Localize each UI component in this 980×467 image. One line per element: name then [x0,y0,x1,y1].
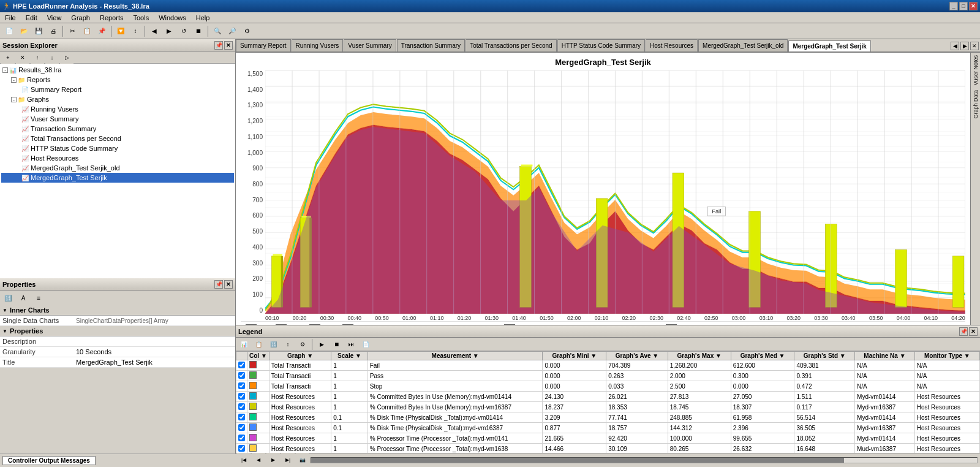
col-measurement[interactable]: Measurement ▼ [368,352,543,360]
tab-summary-report[interactable]: Summary Report [236,39,291,51]
legend-scroll-last[interactable]: 📷 [296,454,309,466]
tb-open[interactable]: 📂 [17,25,31,37]
tb-refresh[interactable]: ↺ [177,25,190,37]
legend-tb-1[interactable]: 📊 [237,338,251,351]
props-expand-btn[interactable]: ≡ [32,292,45,304]
tb-back[interactable]: ◀ [148,25,161,37]
legend-table-container[interactable]: Col ▼ Graph ▼ Scale ▼ Measurement ▼ Grap… [236,351,980,453]
tab-transaction-summary[interactable]: Transaction Summary [397,39,465,51]
sess-add[interactable]: + [1,51,15,64]
legend-close-button[interactable]: ✕ [969,327,978,336]
sess-expand[interactable]: ▷ [60,51,74,64]
tb-stop[interactable]: ⏹ [192,25,205,37]
properties-pin-button[interactable]: 📌 [214,280,223,289]
legend-check-1[interactable] [236,371,247,381]
col-med[interactable]: Graph's Med ▼ [731,352,794,360]
menu-view[interactable]: View [45,13,64,22]
sidebar-graph-data[interactable]: Graph Data [971,88,980,121]
tb-copy[interactable]: 📋 [80,25,94,37]
tb-filter[interactable]: 🔽 [114,25,127,37]
props-alpha-btn[interactable]: A [17,292,30,304]
tree-item-vuser-summary[interactable]: 📈 Vuser Summary [1,114,234,124]
legend-tb-6[interactable]: ▶ [315,338,328,351]
legend-scroll-prev[interactable]: ◀ [252,454,265,466]
scrollbar-thumb[interactable] [311,458,844,463]
legend-scroll-play[interactable]: ▶ [266,454,280,466]
col-max[interactable]: Graph's Max ▼ [668,352,731,360]
tab-running-vusers[interactable]: Running Vusers [292,39,344,51]
col-scale[interactable]: Scale ▼ [331,352,368,360]
col-std[interactable]: Graph's Std ▼ [794,352,855,360]
legend-check-6[interactable] [236,423,247,433]
legend-check-4[interactable] [236,402,247,412]
tab-http-status[interactable]: HTTP Status Code Summary [557,39,645,51]
sess-down[interactable]: ↓ [45,51,59,64]
tb-paste[interactable]: 📌 [95,25,108,37]
tb-sort[interactable]: ↕ [129,25,142,37]
legend-scroll-first[interactable]: |◀ [237,454,251,466]
legend-pin-button[interactable]: 📌 [959,327,968,336]
properties-section[interactable]: ▼ Properties [0,326,235,336]
tb-forward[interactable]: ▶ [162,25,176,37]
menu-graph[interactable]: Graph [69,13,92,22]
props-sort-btn[interactable]: 🔢 [1,292,15,304]
legend-check-0[interactable] [236,360,247,371]
menu-file[interactable]: File [2,13,18,22]
close-button[interactable]: ✕ [969,2,978,10]
legend-check-7[interactable] [236,433,247,444]
tree-item-transaction-summary[interactable]: 📈 Transaction Summary [1,124,234,134]
tb-new[interactable]: 📄 [2,25,16,37]
col-avg[interactable]: Graph's Ave ▼ [606,352,668,360]
legend-tb-5[interactable]: ⚙ [296,338,309,351]
col-color[interactable]: Col ▼ [247,352,270,360]
root-expand-icon[interactable]: - [2,67,8,73]
legend-tb-9[interactable]: 📄 [359,338,372,351]
session-pin-button[interactable]: 📌 [214,41,223,50]
chart-svg-area[interactable]: Fail [265,70,965,314]
minimize-button[interactable]: _ [949,2,958,10]
reports-expand-icon[interactable]: - [11,77,17,83]
tab-vuser-summary[interactable]: Vuser Summary [344,39,396,51]
legend-check-3[interactable] [236,392,247,402]
menu-reports[interactable]: Reports [97,13,126,22]
tb-settings[interactable]: ⚙ [240,25,254,37]
legend-scroll-next[interactable]: ▶| [281,454,295,466]
tab-host-resources[interactable]: Host Resources [646,39,698,51]
graphs-expand-icon[interactable]: - [11,97,17,102]
legend-tb-3[interactable]: 🔢 [266,338,280,351]
tb-print[interactable]: 🖨 [47,25,60,37]
col-monitor[interactable]: Monitor Type ▼ [914,352,979,360]
tab-next-button[interactable]: ▶ [960,42,969,50]
legend-check-8[interactable] [236,444,247,454]
tab-merged-old[interactable]: MergedGraph_Test Serjik_old [698,39,788,51]
menu-windows[interactable]: Windows [156,13,189,22]
tree-item-merged-serjik[interactable]: 📈 MergedGraph_Test Serjik [1,173,234,183]
legend-tb-7[interactable]: ⏹ [330,338,343,351]
tab-close-button[interactable]: ✕ [970,42,979,50]
sidebar-vuser-notes[interactable]: Vuser Notes [971,53,980,88]
menu-tools[interactable]: Tools [130,13,151,22]
col-graph[interactable]: Graph ▼ [269,352,331,360]
legend-tb-8[interactable]: ⏭ [344,338,358,351]
tab-merged-serjik[interactable]: MergedGraph_Test Serjik [788,40,870,53]
tree-item-running-vusers[interactable]: 📈 Running Vusers [1,104,234,114]
tree-item-total-transactions[interactable]: 📈 Total Transactions per Second [1,134,234,143]
col-machine[interactable]: Machine Na ▼ [855,352,915,360]
menu-help[interactable]: Help [194,13,213,22]
tree-item-merged-old[interactable]: 📈 MergedGraph_Test Serjik_old [1,163,234,173]
tree-item-graphs[interactable]: - 📁 Graphs [1,94,234,104]
sess-up[interactable]: ↑ [31,51,44,64]
legend-check-5[interactable] [236,412,247,423]
inner-charts-section[interactable]: ▼ Inner Charts [0,305,235,316]
tb-zoom-out[interactable]: 🔎 [225,25,239,37]
tree-item-root[interactable]: - 📊 Results_38.lra [1,65,234,75]
output-tab-controller[interactable]: Controller Output Messages [2,456,96,465]
maximize-button[interactable]: □ [959,2,968,10]
legend-tb-4[interactable]: ↕ [281,338,295,351]
legend-check-2[interactable] [236,381,247,392]
legend-tb-2[interactable]: 📋 [252,338,265,351]
tab-total-transactions[interactable]: Total Transactions per Second [466,39,557,51]
session-close-button[interactable]: ✕ [224,41,233,50]
sess-remove[interactable]: ✕ [16,51,29,64]
properties-close-button[interactable]: ✕ [224,280,233,289]
